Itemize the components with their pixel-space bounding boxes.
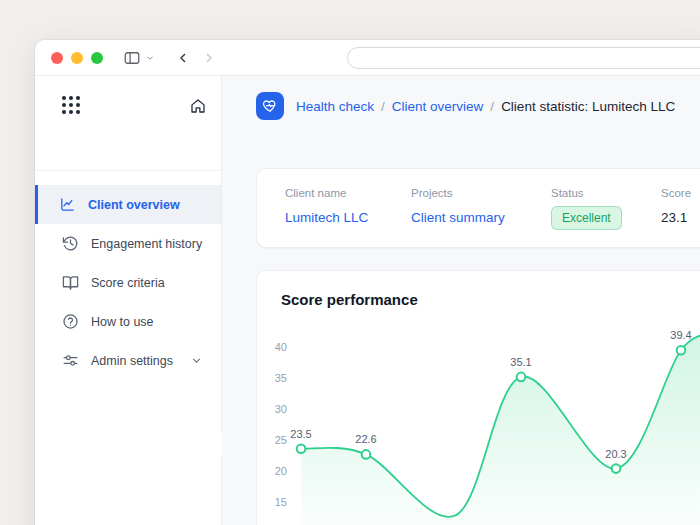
svg-text:20.3: 20.3 [605, 448, 626, 460]
traffic-light-minimize[interactable] [71, 52, 83, 64]
svg-text:39.4: 39.4 [670, 331, 691, 341]
forward-button[interactable] [201, 50, 217, 66]
sidebar-item-score-criteria[interactable]: Score criteria [35, 263, 221, 302]
chevron-right-icon [201, 50, 217, 66]
apps-grid-icon [59, 93, 83, 117]
projects-link[interactable]: Client summary [411, 210, 505, 225]
help-circle-icon [62, 313, 79, 330]
sidebar-item-how-to-use[interactable]: How to use [35, 302, 221, 341]
field-projects: Projects Client summary [411, 187, 505, 226]
sidebar-item-label: Score criteria [91, 276, 165, 290]
svg-text:25: 25 [275, 434, 287, 446]
chevron-down-icon [145, 53, 155, 63]
traffic-light-close[interactable] [51, 52, 63, 64]
address-bar[interactable] [347, 47, 700, 69]
svg-text:30: 30 [275, 403, 287, 415]
breadcrumb: Health check / Client overview / Client … [256, 92, 675, 120]
chevron-left-icon [175, 50, 191, 66]
sidebar-header [35, 76, 221, 170]
breadcrumb-link-client-overview[interactable]: Client overview [392, 99, 484, 114]
health-check-app-icon [256, 92, 284, 120]
sidebar-item-label: How to use [91, 315, 154, 329]
sidebar: Client overview Engagement history Score… [35, 76, 222, 525]
sidebar-item-client-overview[interactable]: Client overview [35, 185, 221, 224]
status-badge: Excellent [551, 206, 622, 230]
breadcrumb-separator: / [374, 99, 392, 114]
heart-pulse-icon [262, 98, 278, 114]
field-score: Score 23.1 [661, 187, 691, 226]
breadcrumb-link-health-check[interactable]: Health check [296, 99, 374, 114]
sidebar-toggle-button[interactable] [123, 49, 141, 67]
field-label: Client name [285, 187, 368, 199]
svg-text:40: 40 [275, 341, 287, 353]
field-label: Score [661, 187, 691, 199]
sidebar-item-label: Admin settings [91, 354, 173, 368]
apps-grid-button[interactable] [59, 93, 83, 117]
client-name-link[interactable]: Lumitech LLC [285, 210, 368, 225]
traffic-light-zoom[interactable] [91, 52, 103, 64]
traffic-lights [51, 52, 103, 64]
chevron-down-icon [190, 354, 203, 367]
svg-text:20: 20 [275, 465, 287, 477]
score-performance-card: Score performance 40353025201523.522.635… [256, 270, 700, 525]
back-button[interactable] [175, 50, 191, 66]
chart-title: Score performance [257, 271, 700, 308]
score-performance-chart: 40353025201523.522.635.120.339.4 [265, 331, 700, 525]
book-open-icon [62, 274, 79, 291]
breadcrumb-current: Client statistic: Lumitech LLC [501, 99, 675, 114]
svg-text:15: 15 [275, 496, 287, 508]
line-chart-icon [59, 196, 76, 213]
desktop-background: Client overview Engagement history Score… [0, 0, 700, 525]
main-content: Health check / Client overview / Client … [222, 76, 700, 525]
home-icon [189, 97, 207, 115]
field-client-name: Client name Lumitech LLC [285, 187, 368, 226]
sidebar-item-label: Client overview [88, 198, 180, 212]
field-label: Projects [411, 187, 505, 199]
sidebar-item-label: Engagement history [91, 237, 202, 251]
field-label: Status [551, 187, 622, 199]
sidebar-toggle-icon [123, 49, 141, 67]
svg-text:23.5: 23.5 [290, 428, 311, 440]
browser-toolbar [35, 40, 700, 76]
sidebar-nav: Client overview Engagement history Score… [35, 170, 221, 380]
score-value: 23.1 [661, 210, 687, 225]
sliders-icon [62, 352, 79, 369]
browser-window: Client overview Engagement history Score… [35, 40, 700, 525]
app-body: Client overview Engagement history Score… [35, 76, 700, 525]
svg-text:35.1: 35.1 [510, 356, 531, 368]
svg-text:22.6: 22.6 [355, 433, 376, 445]
breadcrumb-separator: / [483, 99, 501, 114]
field-status: Status Excellent [551, 187, 622, 230]
client-summary-card: Client name Lumitech LLC Projects Client… [256, 168, 700, 248]
svg-text:35: 35 [275, 372, 287, 384]
sidebar-item-engagement-history[interactable]: Engagement history [35, 224, 221, 263]
history-icon [62, 235, 79, 252]
sidebar-item-admin-settings[interactable]: Admin settings [35, 341, 221, 380]
home-button[interactable] [189, 97, 207, 115]
toolbar-chevron-button[interactable] [145, 53, 155, 63]
